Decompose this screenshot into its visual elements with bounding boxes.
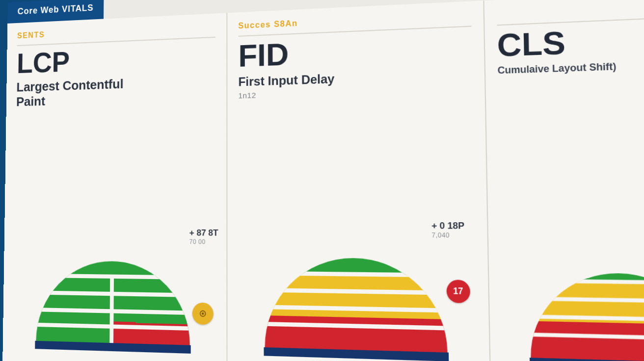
svg-rect-21 bbox=[519, 321, 644, 361]
panel-lcp: SENTS LCP Largest Contentful Paint + 87 … bbox=[2, 13, 227, 361]
svg-rect-12 bbox=[254, 273, 458, 320]
target-icon bbox=[199, 309, 207, 318]
svg-rect-19 bbox=[518, 248, 644, 281]
cls-gauge-area: + 5 18n 16 0 bbox=[500, 226, 644, 361]
fid-side-reading: + 0 18P 7,040 bbox=[431, 221, 464, 239]
lcp-acronym: LCP bbox=[17, 41, 215, 77]
lcp-name: Largest Contentful Paint bbox=[16, 76, 147, 109]
svg-line-23 bbox=[519, 298, 644, 302]
panel-cls: CLS Cumulaive Layout Shift) + 5 18n 16 0 bbox=[484, 0, 644, 361]
svg-line-14 bbox=[254, 273, 457, 276]
lcp-side-value: + 87 8T bbox=[189, 228, 218, 238]
fid-side-value: + 0 18P bbox=[431, 221, 464, 231]
panel-fid: Succes S8An FID First Input Delay 1n12 +… bbox=[227, 0, 491, 361]
lcp-badge[interactable] bbox=[192, 303, 213, 325]
svg-line-22 bbox=[519, 281, 644, 283]
svg-point-10 bbox=[202, 313, 204, 314]
tab-title-strong: VITALS bbox=[62, 3, 94, 14]
cls-acronym: CLS bbox=[497, 19, 644, 62]
fid-gauge-area: + 0 18P 7,040 bbox=[239, 226, 478, 361]
lcp-gauge-area: + 87 8T 70 00 bbox=[12, 226, 215, 361]
tab-title-prefix: Core Web bbox=[18, 4, 62, 16]
fid-acronym: FID bbox=[238, 30, 472, 72]
svg-line-7 bbox=[111, 277, 112, 353]
svg-rect-11 bbox=[254, 236, 457, 276]
fid-badge-value: 17 bbox=[453, 286, 463, 297]
cls-gauge bbox=[518, 248, 644, 361]
dashboard-screen: Core Web VITALS SENTS LCP Largest Conten… bbox=[2, 0, 644, 361]
lcp-gauge bbox=[27, 241, 200, 356]
metrics-panels: SENTS LCP Largest Contentful Paint + 87 … bbox=[2, 0, 644, 361]
fid-gauge bbox=[254, 236, 459, 361]
